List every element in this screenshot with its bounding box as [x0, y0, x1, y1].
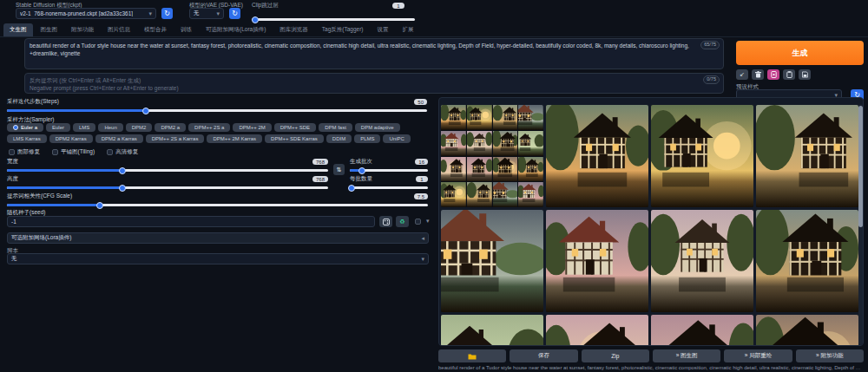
seed-input[interactable]: -1 [7, 216, 375, 227]
gallery-tile-7[interactable] [756, 210, 858, 312]
tab-0[interactable]: 文生图 [3, 23, 33, 36]
steps-value[interactable]: 50 [414, 99, 427, 105]
sampler-option-12[interactable]: DPM2 Karras [49, 134, 93, 143]
send-to-img2img-button[interactable]: » 图生图 [653, 349, 720, 362]
send-to-extras-button[interactable]: » 附加功能 [796, 349, 864, 362]
slider-thumb[interactable] [119, 185, 126, 192]
random-seed-button[interactable] [379, 216, 392, 227]
cfg-slider[interactable] [7, 204, 428, 206]
tab-10[interactable]: 扩展 [397, 23, 420, 36]
checkbox-icon [9, 149, 15, 155]
clip-skip-value[interactable]: 1 [392, 3, 404, 9]
vae-refresh-button[interactable]: ↻ [229, 8, 240, 19]
send-to-inpaint-button[interactable]: » 局部重绘 [724, 349, 792, 362]
slider-thumb[interactable] [142, 108, 149, 114]
slider-thumb[interactable] [252, 16, 259, 23]
zip-button[interactable]: Zip [582, 349, 649, 362]
sampler-option-4[interactable]: DPM2 [126, 123, 153, 132]
gallery-tile-8[interactable] [441, 315, 543, 346]
generate-button[interactable]: 生成 [736, 41, 864, 65]
scrollbar-thumb[interactable] [858, 106, 863, 227]
checkbox-0[interactable]: 面部修复 [9, 148, 40, 156]
tab-9[interactable]: 设置 [372, 23, 395, 36]
sampler-option-0[interactable]: Euler a [7, 123, 43, 132]
sampler-option-15[interactable]: DPM++ 2M Karras [207, 134, 262, 143]
checkbox-2[interactable]: 高清修复 [107, 148, 138, 156]
slider-thumb[interactable] [348, 185, 355, 192]
tab-8[interactable]: Tag反推(Tagger) [316, 23, 370, 36]
cfg-label: 提示词相关性(CFG Scale) [7, 193, 72, 200]
slider-thumb[interactable] [119, 167, 126, 174]
read-prompt-button[interactable]: ↙ [736, 69, 748, 80]
batch-count-value[interactable]: 16 [415, 159, 428, 165]
tab-1[interactable]: 图生图 [35, 23, 64, 36]
batch-size-value[interactable]: 1 [416, 176, 428, 182]
steps-slider-block: 采样迭代步数(Steps) 50 [7, 98, 427, 112]
seed-extra-checkbox[interactable] [415, 219, 421, 225]
height-slider[interactable] [7, 186, 328, 189]
gallery-tile-9[interactable] [546, 315, 648, 346]
slider-thumb[interactable] [358, 167, 365, 174]
gallery-tile-1[interactable] [546, 105, 648, 207]
gallery-tile-4[interactable] [441, 210, 543, 312]
gallery-tile-6[interactable] [651, 210, 753, 312]
gallery-scrollbar[interactable] [858, 104, 863, 345]
cfg-value[interactable]: 7.5 [414, 193, 428, 199]
sampler-option-19[interactable]: UniPC [383, 134, 410, 143]
sampler-option-11[interactable]: LMS Karras [7, 134, 47, 143]
clip-skip-slider[interactable] [252, 18, 415, 21]
sampler-option-6[interactable]: DPM++ 2S a [188, 123, 230, 132]
sampler-option-16[interactable]: DPM++ SDE Karras [265, 134, 324, 143]
tab-2[interactable]: 附加功能 [65, 23, 100, 36]
sampler-option-14[interactable]: DPM++ 2S a Karras [146, 134, 205, 143]
width-slider[interactable] [7, 169, 328, 172]
tab-4[interactable]: 模型合并 [138, 23, 173, 36]
gallery-tile-11[interactable] [756, 315, 858, 346]
gallery-tile-5[interactable] [546, 210, 648, 312]
sampler-option-17[interactable]: DDIM [326, 134, 352, 143]
checkpoint-refresh-button[interactable]: ↻ [161, 8, 173, 19]
script-select[interactable]: 无 ▾ [7, 253, 429, 264]
batch-count-slider[interactable] [350, 169, 428, 172]
height-value[interactable]: 768 [312, 176, 328, 182]
checkpoint-select[interactable]: v2-1_768-nonema-pruned.ckpt [ad2a33c361]… [16, 8, 156, 19]
sampler-option-13[interactable]: DPM2 a Karras [95, 134, 143, 143]
prompt-input[interactable]: beautiful render of a Tudor style house … [24, 38, 724, 69]
toggle-row: 面部修复平铺图(Tiling)高清修复 [9, 148, 138, 156]
gallery-tile-grid-preview[interactable] [441, 105, 543, 207]
gallery-grid [441, 105, 858, 346]
width-value[interactable]: 768 [312, 159, 328, 165]
save-style-button[interactable] [799, 69, 811, 80]
swap-dimensions-button[interactable]: ⇅ [333, 164, 345, 175]
batch-size-slider[interactable] [350, 186, 428, 189]
sampler-option-7[interactable]: DPM++ 2M [233, 123, 271, 132]
clear-prompt-button[interactable] [752, 69, 764, 80]
sampler-option-1[interactable]: Euler [46, 123, 70, 132]
extra-networks-accordion[interactable]: 可选附加网络(Lora插件) ◂ [7, 232, 429, 244]
steps-slider[interactable] [7, 109, 427, 112]
tab-3[interactable]: 图片信息 [102, 23, 136, 36]
gallery-tile-10[interactable] [651, 315, 753, 346]
tab-5[interactable]: 训练 [174, 23, 198, 36]
sampler-option-2[interactable]: LMS [73, 123, 95, 132]
steps-label: 采样迭代步数(Steps) [7, 98, 59, 106]
sampler-option-5[interactable]: DPM2 a [155, 123, 186, 132]
apply-style-button[interactable] [783, 69, 795, 80]
gallery-tile-3[interactable] [756, 105, 858, 207]
vae-select[interactable]: 无 ▾ [189, 8, 224, 19]
tab-7[interactable]: 图库浏览器 [273, 23, 314, 36]
sampler-option-3[interactable]: Heun [98, 123, 122, 132]
sampler-option-9[interactable]: DPM fast [319, 123, 352, 132]
checkbox-1[interactable]: 平铺图(Tiling) [52, 148, 95, 156]
save-button[interactable]: 保存 [510, 349, 577, 362]
slider-thumb[interactable] [96, 202, 103, 209]
gallery-tile-2[interactable] [651, 105, 753, 207]
extra-networks-button[interactable] [767, 69, 779, 80]
sampler-option-10[interactable]: DPM adaptive [355, 123, 400, 132]
sampler-option-18[interactable]: PLMS [354, 134, 380, 143]
sampler-option-8[interactable]: DPM++ SDE [274, 123, 316, 132]
reuse-seed-button[interactable]: ♻ [396, 216, 409, 227]
open-folder-button[interactable] [438, 349, 506, 362]
tab-6[interactable]: 可选附加网络(Lora插件) [200, 23, 272, 36]
negative-prompt-input[interactable]: 反向提示词 (按 Ctrl+Enter 或 Alt+Enter 生成) Nega… [24, 73, 724, 94]
